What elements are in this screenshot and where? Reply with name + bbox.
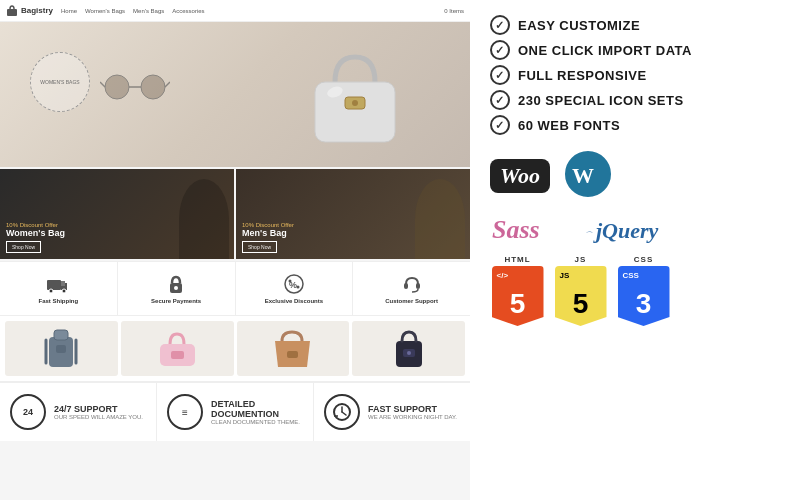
svg-rect-1 xyxy=(315,82,395,142)
support-fast-subtitle: WE ARE WORKING NIGHT DAY. xyxy=(368,414,460,420)
promo-row: 10% Discount Offer Women's Bag Shop Now … xyxy=(0,169,470,259)
headset-icon xyxy=(401,273,423,295)
product-thumb-tote[interactable] xyxy=(237,321,350,376)
html5-body: </> 5 xyxy=(492,266,544,326)
hero-badge: WOMEN'S BAGS xyxy=(30,52,90,112)
promo-womens-title: Women's Bag xyxy=(6,228,65,238)
feature-customer-support-label: Customer Support xyxy=(385,298,438,304)
check-icon-3: ✓ xyxy=(490,65,510,85)
support-docs-title: DETAILED DOCUMENTION xyxy=(211,399,303,419)
svg-rect-10 xyxy=(47,280,61,290)
js-letter: JS xyxy=(560,271,570,280)
hero-area: WOMEN'S BAGS xyxy=(0,22,470,167)
css-num: 3 xyxy=(636,288,652,320)
check-icon-4: ✓ xyxy=(490,90,510,110)
product-thumb-pink-bag[interactable] xyxy=(121,321,234,376)
svg-point-19 xyxy=(296,286,299,289)
promo-womens-text: 10% Discount Offer Women's Bag Shop Now xyxy=(6,222,65,253)
pink-bag-icon xyxy=(155,329,200,369)
shield-row: HTML </> 5 JS JS 5 CSS CSS 3 xyxy=(490,255,780,326)
html5-letter: </> xyxy=(497,271,509,280)
feature-one-click-import-label: ONE CLICK IMPORT DATA xyxy=(518,43,692,58)
svg-point-18 xyxy=(288,280,291,283)
html5-shield: HTML </> 5 xyxy=(490,255,545,326)
css-letter: CSS xyxy=(623,271,639,280)
svg-text:⌒: ⌒ xyxy=(584,231,593,240)
products-row xyxy=(0,316,470,381)
lock-icon xyxy=(165,273,187,295)
feature-customer-support: Customer Support xyxy=(353,262,470,315)
feature-web-fonts-label: 60 WEB FONTS xyxy=(518,118,620,133)
svg-rect-21 xyxy=(416,283,420,289)
check-icon-2: ✓ xyxy=(490,40,510,60)
woo-text: Woo xyxy=(500,163,540,189)
support-fast-icon xyxy=(324,394,360,430)
sass-jquery-row: Sass ⌒ jQuery xyxy=(490,210,780,249)
clock-icon xyxy=(332,402,352,422)
js-body: JS 5 xyxy=(555,266,607,326)
store-name: Bagistry xyxy=(21,6,53,15)
store-header: Bagistry Home Women's Bags Men's Bags Ac… xyxy=(0,0,470,22)
support-bar: 24 24/7 SUPPORT OUR SPEED WILL AMAZE YOU… xyxy=(0,381,470,441)
svg-rect-29 xyxy=(287,351,298,358)
truck-icon xyxy=(47,273,69,295)
discount-icon: % xyxy=(283,273,305,295)
feature-icon-sets-label: 230 SPECIAL ICON SETS xyxy=(518,93,684,108)
promo-mens-title: Men's Bag xyxy=(242,228,294,238)
feature-icon-sets: ✓ 230 SPECIAL ICON SETS xyxy=(490,90,780,110)
store-nav: Home Women's Bags Men's Bags Accessories xyxy=(61,8,205,14)
svg-text:jQuery: jQuery xyxy=(593,218,659,243)
promo-womens-figure xyxy=(179,179,229,259)
support-docs-text: DETAILED DOCUMENTION CLEAN DOCUMENTED TH… xyxy=(211,399,303,425)
html5-label: HTML xyxy=(504,255,530,264)
svg-point-3 xyxy=(352,100,358,106)
svg-line-35 xyxy=(342,412,346,415)
support-docs-subtitle: CLEAN DOCUMENTED THEME. xyxy=(211,419,303,425)
promo-womens-btn[interactable]: Shop Now xyxy=(6,241,41,253)
css-label: CSS xyxy=(634,255,653,264)
css-shield: CSS CSS 3 xyxy=(616,255,671,326)
js-label: JS xyxy=(575,255,587,264)
cart-area[interactable]: 0 Items xyxy=(444,8,464,14)
nav-mens[interactable]: Men's Bags xyxy=(133,8,164,14)
svg-rect-24 xyxy=(56,345,66,353)
promo-banner-womens: 10% Discount Offer Women's Bag Shop Now xyxy=(0,169,234,259)
support-fast-title: FAST SUPPORT xyxy=(368,404,460,414)
feature-list: ✓ EASY CUSTOMIZE ✓ ONE CLICK IMPORT DATA… xyxy=(490,15,780,140)
svg-rect-20 xyxy=(404,283,408,289)
svg-point-5 xyxy=(105,75,129,99)
tech-logos: Woo W Sass ⌒ jQuer xyxy=(490,148,780,326)
product-thumb-dark-bag[interactable] xyxy=(352,321,465,376)
svg-line-9 xyxy=(165,82,170,87)
svg-line-8 xyxy=(100,82,105,87)
dark-bag-icon xyxy=(388,327,430,371)
feature-web-fonts: ✓ 60 WEB FONTS xyxy=(490,115,780,135)
product-thumb-backpack[interactable] xyxy=(5,321,118,376)
feature-exclusive-discounts: % Exclusive Discounts xyxy=(236,262,354,315)
nav-accessories[interactable]: Accessories xyxy=(172,8,204,14)
js-shield: JS JS 5 xyxy=(553,255,608,326)
nav-home[interactable]: Home xyxy=(61,8,77,14)
woocommerce-logo: Woo xyxy=(490,159,550,193)
support-24-icon: 24 xyxy=(10,394,46,430)
svg-point-6 xyxy=(141,75,165,99)
jquery-logo: ⌒ jQuery xyxy=(582,210,692,249)
sunglasses-icon xyxy=(100,72,170,102)
feature-full-responsive: ✓ FULL RESPONSIVE xyxy=(490,65,780,85)
nav-womens[interactable]: Women's Bags xyxy=(85,8,125,14)
support-24-title: 24/7 SUPPORT xyxy=(54,404,146,414)
cart-count: 0 Items xyxy=(444,8,464,14)
sass-logo: Sass xyxy=(490,210,570,249)
support-24-7: 24 24/7 SUPPORT OUR SPEED WILL AMAZE YOU… xyxy=(0,383,157,441)
feature-secure-payments: Secure Payments xyxy=(118,262,236,315)
svg-rect-28 xyxy=(171,351,184,359)
js-num: 5 xyxy=(573,288,589,320)
support-24-subtitle: OUR SPEED WILL AMAZE YOU. xyxy=(54,414,146,420)
tote-icon xyxy=(270,329,315,369)
store-logo: Bagistry xyxy=(6,5,53,17)
feature-full-responsive-label: FULL RESPONSIVE xyxy=(518,68,647,83)
support-24-text: 24/7 SUPPORT OUR SPEED WILL AMAZE YOU. xyxy=(54,404,146,420)
woo-wp-row: Woo W xyxy=(490,148,780,204)
promo-mens-btn[interactable]: Shop Now xyxy=(242,241,277,253)
left-panel: Bagistry Home Women's Bags Men's Bags Ac… xyxy=(0,0,470,500)
